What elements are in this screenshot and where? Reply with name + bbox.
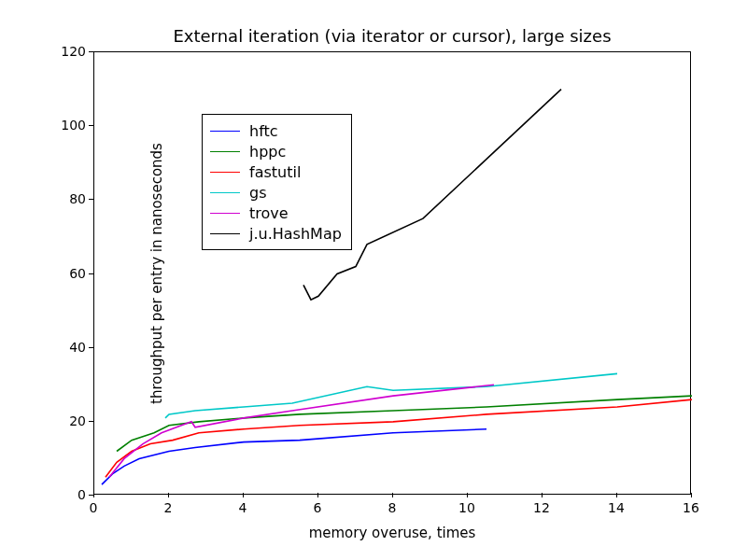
legend-swatch: [210, 213, 240, 214]
y-tick: 20: [58, 413, 86, 428]
x-tick: 4: [229, 500, 257, 515]
legend-label: hftc: [249, 122, 278, 140]
x-tick: 16: [677, 500, 705, 515]
chart-title: External iteration (via iterator or curs…: [93, 26, 691, 46]
legend: hftchppcfastutilgstrovej.u.HashMap: [202, 114, 352, 250]
y-tick: 40: [58, 340, 86, 355]
plot-area: hftchppcfastutilgstrovej.u.HashMap: [93, 51, 691, 495]
legend-swatch: [210, 151, 240, 152]
y-tick: 80: [58, 191, 86, 206]
legend-swatch: [210, 192, 240, 193]
x-tick: 0: [79, 500, 107, 515]
legend-swatch: [210, 131, 240, 132]
legend-item: j.u.HashMap: [210, 223, 342, 244]
chart-lines: [94, 52, 692, 496]
legend-label: j.u.HashMap: [249, 225, 342, 243]
legend-swatch: [210, 233, 240, 234]
legend-item: hppc: [210, 141, 342, 161]
x-tick: 2: [154, 500, 182, 515]
legend-item: hftc: [210, 120, 342, 141]
x-axis-label: memory overuse, times: [93, 525, 691, 541]
legend-label: gs: [249, 184, 267, 202]
legend-item: fastutil: [210, 161, 342, 182]
x-tick: 12: [528, 500, 556, 515]
legend-label: fastutil: [249, 163, 301, 181]
series-hppc: [117, 396, 692, 451]
x-tick: 6: [303, 500, 331, 515]
y-tick: 100: [58, 118, 86, 133]
legend-item: gs: [210, 182, 342, 203]
legend-label: hppc: [249, 143, 286, 161]
legend-swatch: [210, 172, 240, 173]
legend-label: trove: [249, 204, 289, 222]
chart-container: External iteration (via iterator or curs…: [0, 0, 747, 560]
x-tick: 10: [453, 500, 481, 515]
x-tick: 8: [378, 500, 406, 515]
x-tick: 14: [602, 500, 630, 515]
y-tick: 120: [58, 44, 86, 59]
legend-item: trove: [210, 203, 342, 223]
y-tick: 60: [58, 266, 86, 281]
series-hftc: [102, 429, 486, 484]
